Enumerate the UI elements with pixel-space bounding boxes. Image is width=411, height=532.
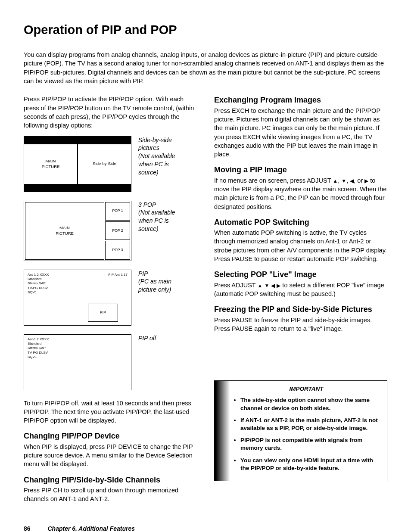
arrow-right-icon: ▶: [277, 283, 280, 289]
page-title: Operation of PIP and POP: [24, 22, 387, 38]
diagram-main-label: MAIN PICTURE: [25, 202, 104, 260]
para-changing-channels: Press PIP CH to scroll up and down throu…: [24, 486, 197, 504]
intro-paragraph: You can display programs from analog cha…: [24, 50, 387, 85]
important-title: IMPORTANT: [232, 385, 381, 393]
diagram-caption-4: PIP off: [138, 334, 156, 342]
heading-moving: Moving a PIP Image: [214, 165, 387, 175]
important-box: IMPORTANT The side-by-side option cannot…: [214, 380, 387, 481]
important-item: The side-by-side option cannot show the …: [240, 396, 381, 412]
heading-exchanging: Exchanging Program Images: [214, 95, 387, 105]
osd-info-text: Ant-1 2 XXXX Standard Stereo SAP TV-PG D…: [28, 337, 49, 360]
important-shade: [215, 381, 230, 481]
pop-1-label: POP 1: [105, 202, 130, 221]
arrow-right-icon: ▶: [364, 178, 368, 184]
arrow-up-icon: ▲: [333, 178, 338, 184]
heading-changing-channels: Changing PIP/Side-by-Side Channels: [24, 475, 197, 485]
diagram-caption-1: Side-by-side pictures (Not available whe…: [138, 136, 186, 177]
heading-select-live: Selecting POP "Live" Image: [214, 269, 387, 280]
chapter-label: Chapter 6. Additional Features: [47, 525, 135, 532]
heading-changing-device: Changing PIP/POP Device: [24, 431, 197, 441]
diagram-caption-2: 3 POP (Not available when PC is source): [138, 201, 186, 233]
diagram-side-by-side: MAIN PICTURE Side-by-Side: [24, 136, 131, 192]
important-item: PIP/POP is not compatible with signals f…: [240, 436, 381, 452]
arrow-left-icon: ◀: [271, 283, 275, 289]
page-number: 86: [24, 525, 31, 532]
important-item: You can view only one HDMI input at a ti…: [240, 457, 381, 472]
para-exchanging: Press EXCH to exchange the main picture …: [214, 106, 387, 159]
left-para-2: To turn PIP/POP off, wait at least 10 se…: [24, 399, 197, 425]
arrow-left-icon: ◀: [350, 178, 354, 184]
para-select-live: Press ADJUST ▲ ▼ ◀ ▶ to select a differe…: [214, 281, 387, 299]
para-changing-device: When PIP is displayed, press PIP DEVICE …: [24, 442, 197, 469]
diagram-main-label: MAIN PICTURE: [24, 144, 78, 184]
page-footer: 86 Chapter 6. Additional Features: [24, 525, 387, 532]
arrow-down-icon: ▼: [264, 283, 269, 289]
diagram-pip-off: Ant-1 2 XXXX Standard Stereo SAP TV-PG D…: [24, 334, 131, 390]
heading-auto-pop: Automatic POP Switching: [214, 217, 387, 227]
important-item: If ANT-1 or ANT-2 is the main picture, A…: [240, 417, 381, 432]
diagram-pip: Ant-1 2 XXXX Standard Stereo SAP TV-PG D…: [24, 270, 131, 326]
osd-info-text: Ant-1 2 XXXX Standard Stereo SAP TV-PG D…: [28, 273, 49, 295]
para-auto-pop: When automatic POP switching is active, …: [214, 228, 387, 263]
diagram-caption-3: PIP (PC as main picture only): [138, 270, 186, 294]
left-para-1: Press PIP/POP to activate the PIP/POP op…: [24, 95, 197, 130]
osd-pip-source: PIP Ant-1 17: [108, 273, 128, 277]
heading-freezing: Freezing the PIP and Side-by-Side Pictur…: [214, 304, 387, 314]
pip-window: PIP: [88, 304, 118, 322]
diagram-sbs-label: Side-by-Side: [78, 144, 131, 184]
para-moving: If no menus are on screen, press ADJUST …: [214, 176, 387, 211]
pop-3-label: POP 3: [105, 241, 130, 259]
arrow-down-icon: ▼: [341, 178, 346, 184]
pop-2-label: POP 2: [105, 221, 130, 240]
arrow-up-icon: ▲: [257, 283, 262, 289]
diagram-3pop: MAIN PICTURE POP 1 POP 2 POP 3: [24, 201, 131, 261]
para-freezing: Press PAUSE to freeze the PIP and side-b…: [214, 316, 387, 333]
